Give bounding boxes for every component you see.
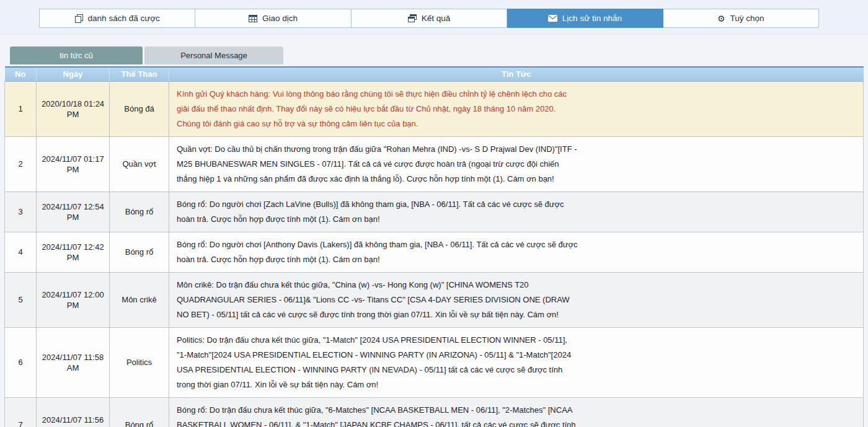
tab-results[interactable]: Kết quả: [352, 9, 507, 28]
table-row: 7 2024/11/07 11:56AM Bóng rổ Bóng rổ: Do…: [5, 397, 864, 427]
cell-sport: Bóng rổ: [110, 232, 169, 272]
subtab-personal-message[interactable]: Personal Message: [144, 46, 283, 64]
cell-no: 6: [5, 327, 37, 397]
cell-no: 2: [5, 136, 37, 191]
cell-message: Bóng rổ: Do trận đấu chưa kết thúc giữa,…: [169, 397, 864, 427]
header-no: No: [5, 67, 37, 81]
tab-options[interactable]: ⚙ Tuỳ chọn: [663, 9, 819, 28]
cell-message: Môn crikê: Do trận đấu chưa kết thúc giữ…: [169, 272, 864, 327]
tab-label: Giao dịch: [262, 14, 298, 23]
main-tab-bar: danh sách đã cược Giao dịch Kết quả Lịch…: [39, 9, 819, 28]
cell-sport: Bóng rổ: [110, 397, 169, 427]
cell-date: 2024/11/07 12:00PM: [37, 272, 110, 327]
windows-icon: [408, 14, 417, 22]
cell-sport: Quần vợt: [110, 136, 169, 191]
tab-label: Kết quả: [422, 14, 451, 23]
header-date: Ngày: [37, 67, 110, 81]
cell-date: 2024/11/07 12:42PM: [37, 232, 110, 272]
subtab-old-news[interactable]: tin tức cũ: [10, 46, 143, 64]
table-row: 4 2024/11/07 12:42PM Bóng rổ Bóng rổ: Do…: [5, 232, 864, 272]
cell-message: Quần vợt: Do cầu thủ bị chấn thương tron…: [169, 136, 864, 191]
cell-date: 2020/10/18 01:24PM: [37, 81, 110, 136]
cell-no: 4: [5, 232, 37, 272]
cell-no: 5: [5, 272, 37, 327]
cell-no: 1: [5, 81, 37, 136]
cell-no: 3: [5, 191, 37, 232]
messages-table: No Ngày Thể Thao Tin Tức 1 2020/10/18 01…: [4, 66, 864, 427]
tab-bet-list[interactable]: danh sách đã cược: [39, 9, 195, 28]
header-sport: Thể Thao: [110, 67, 169, 81]
table-row: 5 2024/11/07 12:00PM Môn crikê Môn crikê…: [5, 272, 864, 327]
cell-message: Bóng rổ: Do người chơi [Anthony Davis (L…: [169, 232, 864, 272]
cell-message: Politics: Do trận đấu chưa kết thúc giữa…: [169, 327, 864, 397]
cell-no: 7: [5, 397, 37, 427]
table-row: 1 2020/10/18 01:24PM Bóng đá Kính gửi Qu…: [5, 81, 864, 136]
cell-message: Bóng rổ: Do người chơi [Zach LaVine (Bul…: [169, 191, 864, 232]
table-row: 6 2024/11/07 11:58AM Politics Politics: …: [5, 327, 864, 397]
cell-sport: Môn crikê: [110, 272, 169, 327]
header-news: Tin Tức: [169, 67, 864, 81]
cell-date: 2024/11/07 12:54PM: [37, 191, 110, 232]
tab-label: danh sách đã cược: [88, 14, 160, 23]
cell-date: 2024/11/07 11:58AM: [37, 327, 110, 397]
cell-sport: Bóng đá: [110, 81, 169, 136]
cell-date: 2024/11/07 01:17PM: [37, 136, 110, 191]
cell-sport: Bóng rổ: [110, 191, 169, 232]
table-row: 3 2024/11/07 12:54PM Bóng rổ Bóng rổ: Do…: [5, 191, 864, 232]
subtab-bar: tin tức cũ Personal Message: [0, 35, 868, 64]
tab-label: Lịch sử tin nhắn: [562, 14, 622, 23]
table-header-row: No Ngày Thể Thao Tin Tức: [5, 67, 864, 81]
mail-icon: [548, 15, 557, 22]
table-row: 2 2024/11/07 01:17PM Quần vợt Quần vợt: …: [5, 136, 864, 191]
message-history-panel: tin tức cũ Personal Message No Ngày Thể …: [0, 34, 868, 427]
tab-label: Tuỳ chọn: [730, 14, 764, 23]
tab-message-history[interactable]: Lịch sử tin nhắn: [507, 9, 663, 28]
gear-icon: ⚙: [717, 14, 725, 23]
table-icon: [249, 15, 257, 22]
subtab-label: Personal Message: [180, 51, 247, 60]
cell-message: Kính gửi Quý khách hàng: Vui lòng thông …: [169, 81, 864, 136]
copy-icon: [75, 14, 83, 23]
subtab-label: tin tức cũ: [60, 51, 93, 60]
cell-date: 2024/11/07 11:56AM: [37, 397, 110, 427]
tab-transactions[interactable]: Giao dịch: [195, 9, 351, 28]
cell-sport: Politics: [110, 327, 169, 397]
